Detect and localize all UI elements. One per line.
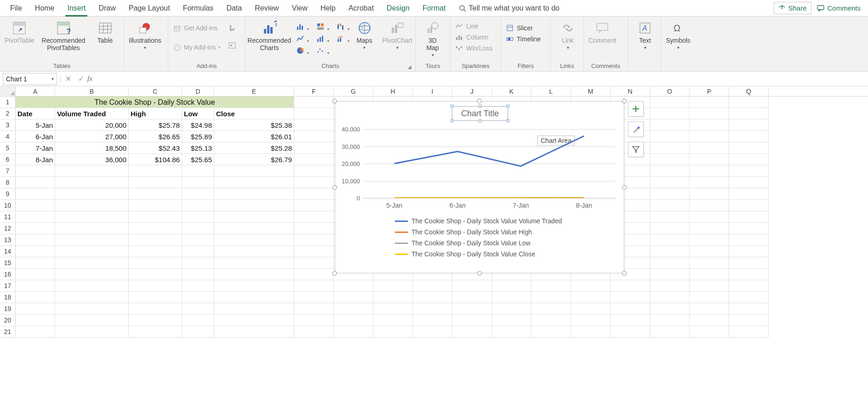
cell[interactable] [413, 326, 452, 338]
timeline-button[interactable]: Timeline [504, 34, 542, 44]
cell[interactable] [294, 234, 334, 246]
cell[interactable] [294, 188, 334, 200]
cell[interactable] [650, 269, 690, 280]
col-header-K[interactable]: K [492, 86, 531, 96]
col-header-B[interactable]: B [55, 86, 129, 96]
cell[interactable] [650, 246, 690, 257]
resize-handle[interactable] [477, 99, 482, 103]
cell[interactable]: 5-Jan [16, 119, 55, 131]
my-addins-button[interactable]: My Add-ins ▾ [171, 42, 223, 52]
cell[interactable] [729, 292, 769, 303]
cell[interactable] [129, 326, 182, 338]
cell[interactable]: $26.79 [214, 154, 294, 165]
resize-handle[interactable] [451, 119, 453, 122]
resize-handle[interactable] [332, 271, 337, 276]
cell[interactable] [690, 165, 729, 177]
col-header-O[interactable]: O [650, 86, 690, 96]
cell[interactable] [650, 119, 690, 131]
cell[interactable] [531, 292, 571, 303]
col-header-L[interactable]: L [531, 86, 571, 96]
cell[interactable] [294, 200, 334, 211]
col-header-D[interactable]: D [182, 86, 214, 96]
cell[interactable] [55, 223, 129, 234]
cell[interactable] [690, 108, 729, 119]
cell[interactable] [690, 200, 729, 211]
maps-button[interactable]: Maps ▾ [350, 18, 379, 50]
legend-item[interactable]: The Cookie Shop - Daily Stock Value Clos… [395, 250, 562, 258]
cell[interactable] [650, 154, 690, 165]
cell[interactable] [650, 165, 690, 177]
cell[interactable]: Low [182, 108, 214, 119]
cell[interactable] [650, 257, 690, 269]
cell[interactable]: $24.98 [182, 119, 214, 131]
cell[interactable] [650, 292, 690, 303]
resize-handle[interactable] [479, 119, 481, 122]
people-graph-button[interactable] [226, 40, 238, 51]
cell[interactable] [492, 280, 531, 292]
col-header-H[interactable]: H [373, 86, 413, 96]
cell[interactable] [129, 211, 182, 223]
cell[interactable] [129, 200, 182, 211]
cell[interactable] [294, 303, 334, 315]
col-header-A[interactable]: A [16, 86, 55, 96]
resize-handle[interactable] [332, 185, 337, 190]
row-header-20[interactable]: 20 [0, 315, 16, 326]
tab-view[interactable]: View [286, 0, 314, 17]
cell[interactable]: $25.13 [182, 142, 214, 154]
enter-formula-button[interactable]: ✓ [74, 74, 87, 83]
cell[interactable] [214, 292, 294, 303]
cell[interactable] [729, 200, 769, 211]
comment-button[interactable]: Comment [587, 18, 618, 44]
row-header-6[interactable]: 6 [0, 154, 16, 165]
cell[interactable] [294, 257, 334, 269]
cell[interactable] [729, 326, 769, 338]
row-header-7[interactable]: 7 [0, 165, 16, 177]
cell[interactable] [55, 280, 129, 292]
statistic-chart-button[interactable]: ▾ [314, 33, 326, 44]
cell[interactable]: $52.43 [129, 142, 182, 154]
chevron-down-icon[interactable]: ▾ [51, 76, 54, 81]
cell[interactable] [182, 188, 214, 200]
cell[interactable] [611, 292, 650, 303]
cell[interactable] [55, 246, 129, 257]
cell[interactable]: $25.28 [214, 142, 294, 154]
cell[interactable] [214, 315, 294, 326]
chart-legend[interactable]: The Cookie Shop - Daily Stock Value Volu… [395, 217, 562, 258]
cell[interactable] [16, 223, 55, 234]
row-header-16[interactable]: 16 [0, 269, 16, 280]
tab-home[interactable]: Home [29, 0, 61, 17]
resize-handle[interactable] [622, 185, 627, 190]
cell[interactable] [214, 188, 294, 200]
slicer-button[interactable]: Slicer [504, 23, 542, 33]
col-header-M[interactable]: M [571, 86, 611, 96]
cell[interactable] [690, 315, 729, 326]
cell[interactable] [452, 292, 492, 303]
cell[interactable] [16, 257, 55, 269]
cell[interactable] [182, 165, 214, 177]
get-addins-button[interactable]: Get Add-ins [171, 23, 223, 33]
cell[interactable] [16, 246, 55, 257]
col-header-N[interactable]: N [611, 86, 650, 96]
text-button[interactable]: A Text ▾ [631, 18, 659, 50]
cell[interactable] [650, 211, 690, 223]
cell[interactable] [294, 165, 334, 177]
recommended-pivottables-button[interactable]: ? Recommended PivotTables [40, 18, 87, 51]
plot-area[interactable]: 40,000 30,000 20,000 10,000 0 5-Jan 6-Ja… [363, 129, 616, 198]
resize-handle[interactable] [507, 105, 509, 107]
cell[interactable] [571, 280, 611, 292]
cell[interactable] [16, 211, 55, 223]
cell[interactable]: High [129, 108, 182, 119]
fx-icon[interactable]: fx [87, 75, 101, 83]
table-button[interactable]: Table [91, 18, 120, 44]
illustrations-button[interactable]: Illustrations ▾ [127, 18, 163, 50]
dialog-launcher-icon[interactable]: ◢ [408, 63, 411, 71]
cell[interactable] [729, 211, 769, 223]
row-header-17[interactable]: 17 [0, 280, 16, 292]
resize-handle[interactable] [477, 271, 482, 276]
col-header-F[interactable]: F [294, 86, 334, 96]
cell[interactable] [294, 211, 334, 223]
cell[interactable] [294, 280, 334, 292]
cell[interactable] [690, 326, 729, 338]
cell[interactable] [294, 315, 334, 326]
cell[interactable] [373, 315, 413, 326]
